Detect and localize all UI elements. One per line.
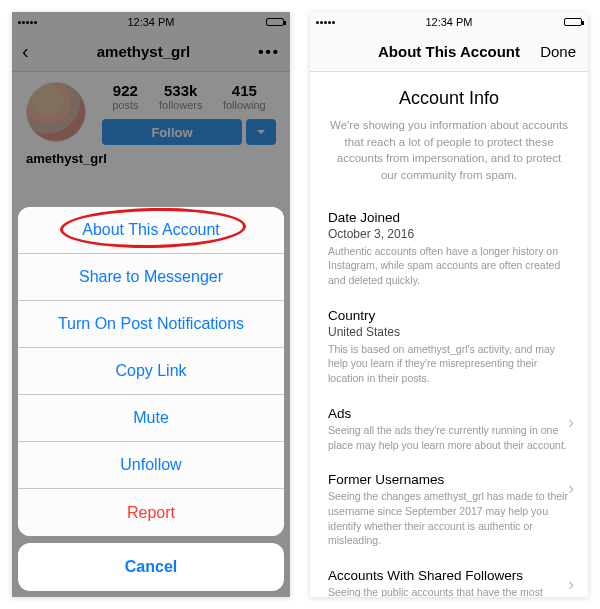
shared-followers-expl: Seeing the public accounts that have the… bbox=[328, 585, 570, 597]
menu-mute[interactable]: Mute bbox=[18, 395, 284, 442]
action-sheet: About This Account Share to Messenger Tu… bbox=[18, 207, 284, 536]
country-title: Country bbox=[328, 308, 570, 323]
done-button[interactable]: Done bbox=[540, 43, 576, 60]
about-account-screen: 12:34 PM About This Account Done Account… bbox=[310, 12, 588, 597]
date-joined-value: October 3, 2016 bbox=[328, 227, 570, 241]
account-info-intro: We're showing you information about acco… bbox=[328, 117, 570, 184]
menu-copy-link[interactable]: Copy Link bbox=[18, 348, 284, 395]
menu-about-this-account[interactable]: About This Account bbox=[18, 207, 284, 254]
action-sheet-overlay[interactable]: About This Account Share to Messenger Tu… bbox=[12, 12, 290, 597]
country-expl: This is based on amethyst_grl's activity… bbox=[328, 342, 570, 386]
status-time: 12:34 PM bbox=[310, 16, 588, 28]
status-bar: 12:34 PM bbox=[310, 12, 588, 32]
former-usernames-title: Former Usernames bbox=[328, 472, 570, 487]
profile-screen: 12:34 PM ‹ amethyst_grl ••• 922 posts 53… bbox=[12, 12, 290, 597]
chevron-right-icon: › bbox=[568, 412, 574, 433]
ads-title: Ads bbox=[328, 406, 570, 421]
about-navbar: About This Account Done bbox=[310, 32, 588, 72]
date-joined-title: Date Joined bbox=[328, 210, 570, 225]
ads-expl: Seeing all the ads they're currently run… bbox=[328, 423, 570, 452]
about-content[interactable]: Account Info We're showing you informati… bbox=[310, 72, 588, 597]
menu-turn-on-post-notifications[interactable]: Turn On Post Notifications bbox=[18, 301, 284, 348]
country-value: United States bbox=[328, 325, 570, 339]
section-ads[interactable]: Ads Seeing all the ads they're currently… bbox=[328, 406, 570, 452]
menu-unfollow[interactable]: Unfollow bbox=[18, 442, 284, 489]
chevron-right-icon: › bbox=[568, 478, 574, 499]
section-shared-followers[interactable]: Accounts With Shared Followers Seeing th… bbox=[328, 568, 570, 597]
chevron-right-icon: › bbox=[568, 574, 574, 595]
section-country: Country United States This is based on a… bbox=[328, 308, 570, 386]
account-info-heading: Account Info bbox=[328, 88, 570, 109]
date-joined-expl: Authentic accounts often have a longer h… bbox=[328, 244, 570, 288]
menu-share-to-messenger[interactable]: Share to Messenger bbox=[18, 254, 284, 301]
menu-report[interactable]: Report bbox=[18, 489, 284, 536]
section-former-usernames[interactable]: Former Usernames Seeing the changes amet… bbox=[328, 472, 570, 548]
former-usernames-expl: Seeing the changes amethyst_grl has made… bbox=[328, 489, 570, 548]
shared-followers-title: Accounts With Shared Followers bbox=[328, 568, 570, 583]
cancel-button[interactable]: Cancel bbox=[18, 543, 284, 591]
section-date-joined: Date Joined October 3, 2016 Authentic ac… bbox=[328, 210, 570, 288]
battery-icon bbox=[564, 18, 582, 26]
